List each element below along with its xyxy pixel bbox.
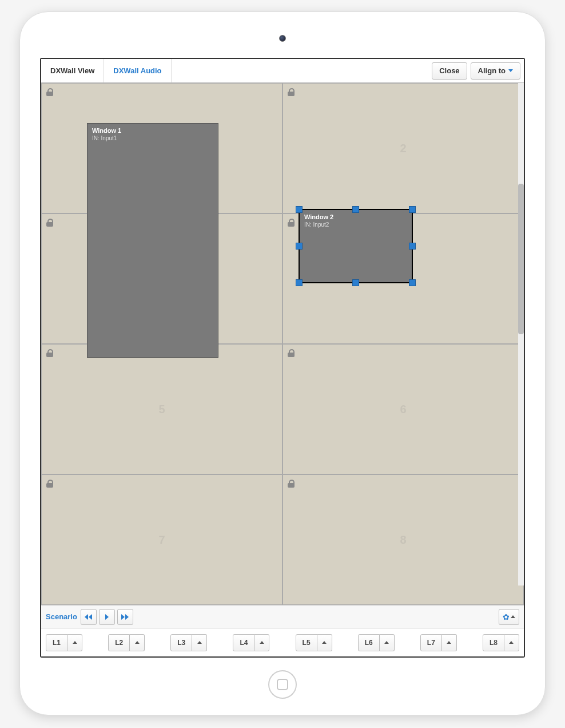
layout-button-4[interactable]: L4 <box>233 634 269 651</box>
toolbar: DXWall View DXWall Audio Close Align to <box>41 59 524 83</box>
scenario-next-button[interactable] <box>117 609 133 625</box>
layout-button-6[interactable]: L6 <box>358 634 395 651</box>
chevron-up-icon <box>260 641 264 644</box>
tablet-camera <box>279 35 286 42</box>
lock-icon <box>288 480 295 488</box>
layout-button-8[interactable]: L8 <box>483 634 519 651</box>
wall-cell[interactable]: 6 <box>282 344 524 474</box>
layout-button-7[interactable]: L7 <box>420 634 457 651</box>
tab-bar: DXWall View DXWall Audio <box>41 59 428 82</box>
layout-dropdown[interactable] <box>380 634 395 651</box>
scenario-label: Scenario <box>46 612 77 621</box>
layout-button-3[interactable]: L3 <box>170 634 207 651</box>
cell-number: 5 <box>158 403 165 416</box>
play-icon <box>105 614 109 620</box>
scenario-prev-button[interactable] <box>81 609 97 625</box>
fast-forward-icon <box>121 614 129 620</box>
cell-number: 8 <box>400 533 406 547</box>
lock-icon <box>288 219 295 227</box>
align-to-button[interactable]: Align to <box>471 62 520 80</box>
chevron-up-icon <box>511 615 515 618</box>
cell-number: 7 <box>158 533 165 547</box>
lock-icon <box>46 219 53 227</box>
rewind-icon <box>85 614 92 620</box>
gear-icon: ✿ <box>503 612 510 622</box>
resize-handle-ne[interactable] <box>409 206 416 213</box>
chevron-up-icon <box>509 641 514 644</box>
settings-button[interactable]: ✿ <box>499 609 519 625</box>
layout-label[interactable]: L5 <box>296 634 317 651</box>
resize-handle-s[interactable] <box>352 279 359 286</box>
lock-icon <box>288 88 295 96</box>
layout-dropdown[interactable] <box>130 634 145 651</box>
layouts-bar: L1 L2 L3 L4 L5 L6 <box>41 628 524 656</box>
resize-handle-nw[interactable] <box>296 206 303 213</box>
chevron-up-icon <box>73 641 77 644</box>
cell-number: 2 <box>400 142 406 155</box>
lock-icon <box>46 480 53 488</box>
wall-cell[interactable]: 8 <box>282 474 524 605</box>
vertical-scrollbar[interactable] <box>518 83 524 585</box>
tab-dxwall-audio[interactable]: DXWall Audio <box>104 59 171 82</box>
lock-icon <box>46 349 53 357</box>
tab-dxwall-view[interactable]: DXWall View <box>41 59 104 82</box>
chevron-up-icon <box>322 641 327 644</box>
layout-dropdown[interactable] <box>442 634 457 651</box>
layout-dropdown[interactable] <box>504 634 519 651</box>
layout-label[interactable]: L3 <box>170 634 192 651</box>
wall-cell[interactable]: 2 <box>282 83 524 213</box>
resize-handle-sw[interactable] <box>296 279 303 286</box>
window-title: Window 2 <box>304 213 407 220</box>
lock-icon <box>46 88 53 96</box>
layout-dropdown[interactable] <box>192 634 207 651</box>
close-button[interactable]: Close <box>432 62 467 80</box>
scenario-toolbar: Scenario ✿ <box>41 605 524 628</box>
app-window: DXWall View DXWall Audio Close Align to … <box>40 58 525 658</box>
scenario-play-button[interactable] <box>99 609 115 625</box>
wall-cell[interactable]: 5 <box>41 344 282 474</box>
wall-cell[interactable]: 7 <box>41 474 282 605</box>
video-window-1[interactable]: Window 1 IN: Input1 <box>87 123 218 358</box>
resize-handle-n[interactable] <box>352 206 359 213</box>
layout-label[interactable]: L4 <box>233 634 254 651</box>
layout-dropdown[interactable] <box>67 634 82 651</box>
layout-button-2[interactable]: L2 <box>108 634 145 651</box>
layout-dropdown[interactable] <box>317 634 332 651</box>
window-input-label: IN: Input2 <box>304 221 407 228</box>
layout-button-1[interactable]: L1 <box>46 634 82 651</box>
layout-label[interactable]: L6 <box>358 634 380 651</box>
chevron-up-icon <box>135 641 140 644</box>
layout-label[interactable]: L8 <box>483 634 504 651</box>
layout-dropdown[interactable] <box>254 634 269 651</box>
align-to-label: Align to <box>478 66 506 75</box>
chevron-up-icon <box>197 641 202 644</box>
layout-label[interactable]: L1 <box>46 634 67 651</box>
resize-handle-se[interactable] <box>409 279 416 286</box>
window-input-label: IN: Input1 <box>92 135 213 141</box>
cell-number: 6 <box>400 403 406 416</box>
tablet-home-button[interactable] <box>268 670 297 699</box>
tablet-frame: DXWall View DXWall Audio Close Align to … <box>19 11 546 715</box>
home-icon <box>277 679 288 690</box>
video-window-2[interactable]: Window 2 IN: Input2 <box>299 209 413 283</box>
layout-button-5[interactable]: L5 <box>296 634 332 651</box>
chevron-down-icon <box>508 69 513 72</box>
layout-label[interactable]: L2 <box>108 634 130 651</box>
lock-icon <box>288 349 295 357</box>
wall-canvas[interactable]: 1 2 3 4 5 <box>41 83 524 605</box>
window-title: Window 1 <box>92 127 213 134</box>
chevron-up-icon <box>447 641 451 644</box>
layout-label[interactable]: L7 <box>420 634 442 651</box>
resize-handle-e[interactable] <box>409 243 416 250</box>
chevron-up-icon <box>384 641 389 644</box>
resize-handle-w[interactable] <box>296 243 303 250</box>
scrollbar-thumb[interactable] <box>518 184 524 334</box>
